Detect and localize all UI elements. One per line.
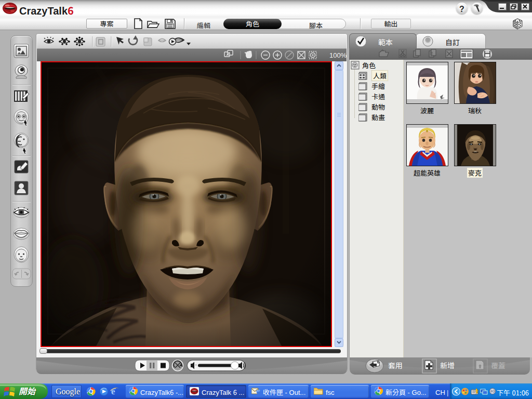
svg-text:覆蓋: 覆蓋 (491, 360, 506, 370)
svg-text:新增: 新增 (440, 360, 455, 370)
svg-text:100%: 100% (329, 51, 347, 59)
svg-text:套用: 套用 (388, 360, 403, 370)
svg-text:開始: 開始 (19, 384, 36, 397)
